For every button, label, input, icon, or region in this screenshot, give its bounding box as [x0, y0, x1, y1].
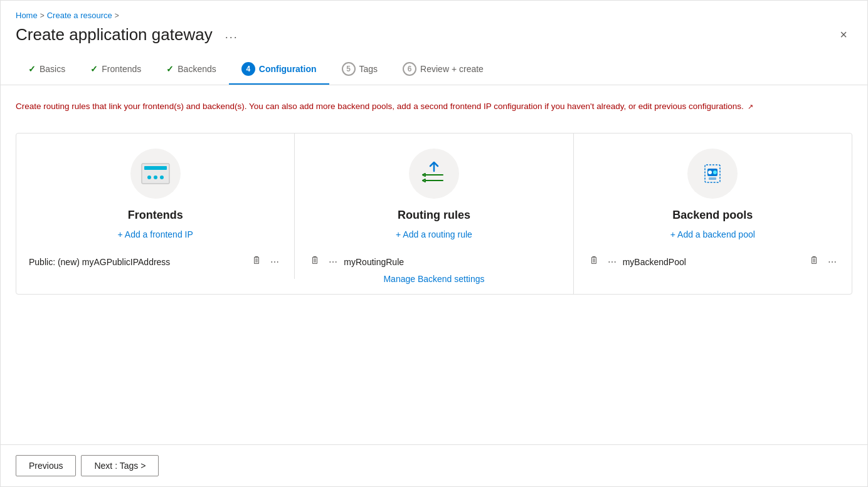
backend-pools-title: Backend pools [672, 209, 753, 222]
routing-item-row: ⋯ myRoutingRule [305, 254, 563, 269]
external-link-icon: ↗ [748, 102, 753, 112]
frontend-item-row: Public: (new) myAGPublicIPAddress ⋯ [26, 254, 284, 269]
add-backend-pool-link[interactable]: + Add a backend pool [670, 229, 755, 239]
svg-point-3 [154, 175, 157, 179]
tab-tags[interactable]: 5 Tags [329, 55, 391, 85]
tab-frontends-check: ✓ [90, 64, 98, 74]
frontends-title: Frontends [128, 209, 183, 222]
svg-rect-12 [709, 177, 716, 180]
title-left: Create application gateway ... [16, 25, 243, 45]
add-frontend-ip-link[interactable]: + Add a frontend IP [118, 229, 193, 239]
backend-more-button[interactable]: ⋯ [605, 256, 619, 268]
backend-delete-button[interactable] [586, 254, 601, 269]
svg-rect-1 [144, 166, 167, 170]
trash-icon [251, 256, 262, 266]
tab-backends[interactable]: ✓ Backends [154, 56, 228, 83]
tab-configuration[interactable]: 4 Configuration [229, 55, 329, 85]
tab-configuration-num: 4 [241, 62, 255, 76]
breadcrumb-create-resource[interactable]: Create a resource [47, 11, 112, 20]
frontends-icon-circle [130, 149, 181, 199]
routing-rules-title: Routing rules [398, 209, 470, 222]
routing-item-text: myRoutingRule [344, 257, 560, 267]
routing-icon-circle [409, 149, 459, 199]
trash-icon-routing [310, 256, 320, 266]
svg-point-10 [708, 170, 712, 174]
tab-review-label: Review + create [420, 64, 484, 74]
tab-backends-check: ✓ [166, 64, 174, 74]
tab-basics-check: ✓ [28, 64, 36, 74]
tabs-bar: ✓ Basics ✓ Frontends ✓ Backends 4 Config… [1, 55, 867, 85]
tab-backends-label: Backends [177, 64, 216, 74]
tab-tags-label: Tags [359, 64, 378, 74]
tab-review[interactable]: 6 Review + create [390, 55, 496, 85]
routing-rules-icon [420, 161, 448, 186]
svg-point-11 [713, 170, 717, 174]
add-routing-rule-link[interactable]: + Add a routing rule [396, 229, 472, 239]
tab-frontends-label: Frontends [102, 64, 141, 74]
backend-item-delete-button[interactable] [807, 254, 822, 269]
breadcrumb-sep2: > [115, 11, 119, 20]
column-frontends: Frontends + Add a frontend IP Public: (n… [16, 134, 295, 279]
info-text: Create routing rules that link your fron… [16, 100, 768, 113]
breadcrumb-home[interactable]: Home [16, 11, 38, 20]
panel-header: Home > Create a resource > Create applic… [1, 1, 867, 55]
routing-delete-button[interactable] [307, 254, 322, 269]
tab-frontends[interactable]: ✓ Frontends [78, 56, 154, 83]
frontend-item-text: Public: (new) myAGPublicIPAddress [29, 257, 245, 267]
frontends-icon [140, 162, 171, 185]
backend-pools-icon [696, 159, 729, 189]
tab-basics-label: Basics [40, 64, 65, 74]
breadcrumb-sep1: > [40, 11, 45, 20]
tab-basics[interactable]: ✓ Basics [16, 56, 78, 83]
frontend-more-button[interactable]: ⋯ [268, 256, 282, 268]
backend-item-more-button[interactable]: ⋯ [825, 256, 839, 268]
backend-icon-circle [687, 149, 738, 199]
tab-configuration-label: Configuration [259, 64, 317, 74]
previous-button[interactable]: Previous [16, 455, 76, 476]
breadcrumb: Home > Create a resource > [16, 11, 852, 20]
footer: Previous Next : Tags > [1, 444, 867, 486]
page-title: Create application gateway [16, 25, 213, 45]
main-panel: Home > Create a resource > Create applic… [0, 0, 868, 487]
trash-icon-backend-2 [809, 256, 819, 266]
title-row: Create application gateway ... × [16, 25, 852, 45]
tab-tags-num: 5 [342, 62, 356, 76]
manage-backend-settings-link[interactable]: Manage Backend settings [305, 274, 563, 284]
next-button[interactable]: Next : Tags > [81, 455, 159, 476]
close-button[interactable]: × [835, 25, 852, 45]
content-area: Create routing rules that link your fron… [1, 85, 867, 444]
svg-point-2 [147, 175, 151, 179]
columns-container: Frontends + Add a frontend IP Public: (n… [16, 133, 852, 295]
svg-point-4 [160, 175, 164, 179]
trash-icon-backend [589, 256, 599, 266]
tab-review-num: 6 [403, 62, 416, 76]
backend-item-row: ⋯ myBackendPool ⋯ [584, 254, 842, 269]
routing-more-button[interactable]: ⋯ [326, 256, 340, 268]
ellipsis-button[interactable]: ... [220, 26, 243, 44]
column-routing-rules: Routing rules + Add a routing rule ⋯ myR… [295, 134, 573, 294]
backend-item-text: myBackendPool [623, 257, 803, 267]
column-backend-pools: Backend pools + Add a backend pool ⋯ myB… [574, 134, 852, 279]
frontend-delete-button[interactable] [249, 254, 264, 269]
